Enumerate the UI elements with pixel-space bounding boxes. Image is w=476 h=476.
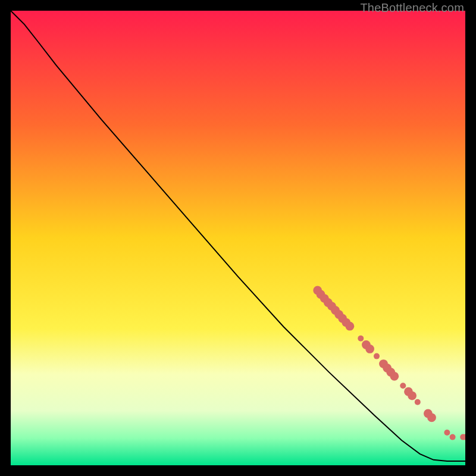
chart-plot-area — [11, 11, 465, 465]
data-marker — [427, 413, 436, 422]
data-marker — [346, 322, 355, 331]
data-marker — [415, 399, 421, 405]
data-marker — [365, 345, 374, 353]
data-marker — [400, 383, 406, 389]
chart-frame: TheBottleneck.com — [0, 0, 476, 476]
chart-svg — [11, 11, 465, 465]
data-marker — [408, 392, 416, 400]
gradient-background — [11, 11, 465, 465]
data-marker — [444, 430, 450, 436]
data-marker — [374, 353, 380, 359]
data-marker — [358, 336, 364, 342]
data-marker — [450, 434, 456, 440]
data-marker — [390, 372, 399, 381]
